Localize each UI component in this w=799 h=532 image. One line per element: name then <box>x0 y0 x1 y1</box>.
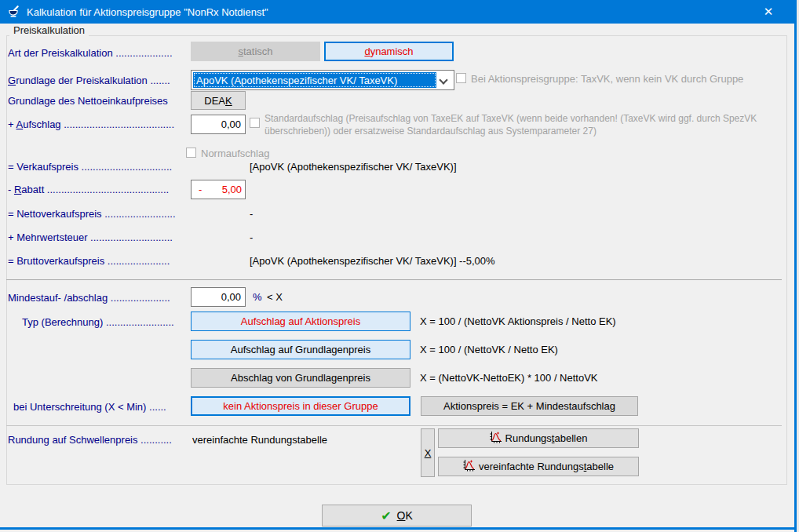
label-grundlage-nettoeinkaufspreis: Grundlage des Nettoeinkaufpreises <box>8 95 168 107</box>
mortar-icon <box>7 5 20 18</box>
combobox-value: ApoVK (Apothekenspezifischer VK/ TaxeVK) <box>193 72 436 88</box>
mindestaufschlag-input[interactable] <box>191 287 246 307</box>
chart-icon <box>490 432 502 446</box>
rabatt-sign: - <box>199 184 202 195</box>
mehrwertsteuer-value: - <box>250 231 253 243</box>
rabatt-value: 5,00 <box>222 184 242 195</box>
formula-aufschlag-grundlagenpreis: X = 100 / (NettoVK / Netto EK) <box>420 344 558 355</box>
ok-label: OK <box>397 509 413 522</box>
normaufschlag-checkbox[interactable] <box>186 148 196 158</box>
vereinfachte-rundungstabelle-button[interactable]: vereinfachte Rundungstabelle <box>438 457 639 476</box>
verkaufspreis-value: [ApoVK (Apothekenspezifischer VK/ TaxeVK… <box>250 161 457 173</box>
dynamisch-button[interactable]: dynamisch <box>324 42 454 61</box>
grundlage-combobox[interactable]: ApoVK (Apothekenspezifischer VK/ TaxeVK) <box>191 70 454 90</box>
titlebar: Kalkulation für Aktionspreisgruppe "NonR… <box>0 0 794 24</box>
taxvk-checkbox-label[interactable]: Bei Aktionspreisgruppe: TaxVK, wenn kein… <box>471 73 743 85</box>
label-bruttoverkaufspreis: = Bruttoverkaufspreis ..................… <box>8 255 170 267</box>
close-button[interactable]: ✕ <box>752 0 785 24</box>
formula-aufschlag-aktionspreis: X = 100 / (NettoVK Aktionspreis / Netto … <box>420 315 616 327</box>
check-icon: ✔ <box>381 508 391 523</box>
x-button[interactable]: X <box>421 428 435 477</box>
rundungstabellen-label: Rundungstabellen <box>505 432 588 444</box>
normaufschlag-checkbox-label[interactable]: Normaufschlag <box>201 148 269 159</box>
deak-button[interactable]: DEAK <box>191 91 246 110</box>
typ-aufschlag-grundlagenpreis-button[interactable]: Aufschlag auf Grundlagenpreis <box>191 340 410 359</box>
label-typ-berechnung: Typ (Berechnung) .......................… <box>22 316 174 328</box>
label-verkaufspreis: = Verkaufspreis ........................… <box>8 161 172 173</box>
label-rabatt: - Rabatt ...............................… <box>8 184 169 195</box>
label-rundung-schwellenpreis: Rundung auf Schwellenpreis ........... <box>8 434 172 446</box>
chevron-down-icon <box>439 75 447 84</box>
divider <box>6 279 782 280</box>
formula-abschlag-grundlagenpreis: X = (NettoVK-NettoEK) * 100 / NettoVK <box>420 372 598 384</box>
kein-aktionspreis-button[interactable]: kein Aktionspreis in dieser Gruppe <box>191 396 410 416</box>
aktionspreis-ek-mindestaufschlag-button[interactable]: Aktionspreis = EK + Mindestaufschlag <box>421 396 638 416</box>
nettoverkaufspreis-value: - <box>250 208 253 220</box>
vereinfachte-rundungstabelle-label: vereinfachte Rundungstabelle <box>479 461 614 472</box>
ok-button[interactable]: ✔ OK <box>322 505 472 527</box>
window-title: Kalkulation für Aktionspreisgruppe "NonR… <box>27 6 268 18</box>
rundung-value: vereinfachte Rundungstabelle <box>192 434 327 446</box>
label-art-der-preiskalkulation: Art der Preiskalkulation ...............… <box>8 47 173 59</box>
dialog-window: Kalkulation für Aktionspreisgruppe "NonR… <box>0 0 797 532</box>
taxvk-checkbox[interactable] <box>456 73 466 83</box>
rabatt-input[interactable]: - 5,00 <box>191 180 246 199</box>
rundungstabellen-button[interactable]: Rundungstabellen <box>438 428 639 448</box>
window-bottom-border <box>0 527 797 530</box>
chart-icon <box>463 460 475 474</box>
standardaufschlag-checkbox-label[interactable]: Standardaufschlag (Preisaufschlag von Ta… <box>265 112 789 137</box>
statisch-button[interactable]: statisch <box>191 42 320 61</box>
standardaufschlag-checkbox[interactable] <box>250 118 260 128</box>
label-bei-unterschreitung: bei Unterschreitung (X < Min) ...... <box>13 401 166 413</box>
label-aufschlag: + Aufschlag ............................… <box>8 118 174 130</box>
typ-abschlag-grundlagenpreis-button[interactable]: Abschlag von Grundlagenpreis <box>191 368 410 388</box>
bruttoverkaufspreis-value: [ApoVK (Apothekenspezifischer VK/ TaxeVK… <box>250 255 495 267</box>
label-mindestaufschlag: Mindestauf- /abschlag ..................… <box>8 292 170 304</box>
close-icon: ✕ <box>764 5 774 19</box>
x-comparison-label: < X <box>267 291 283 303</box>
divider <box>6 425 782 426</box>
label-nettoverkaufspreis: = Nettoverkaufspreis ...................… <box>8 208 176 220</box>
typ-aufschlag-aktionspreis-button[interactable]: Aufschlag auf Aktionspreis <box>191 312 410 331</box>
label-grundlage-preiskalkulation: Grundlage der Preiskalkulation ....... <box>8 75 170 86</box>
percent-label: % <box>253 291 262 303</box>
label-mehrwertsteuer: + Mehrwertsteuer .......................… <box>8 231 173 243</box>
groupbox-title: Preiskalkulation <box>9 24 89 36</box>
aufschlag-input[interactable] <box>191 115 246 134</box>
